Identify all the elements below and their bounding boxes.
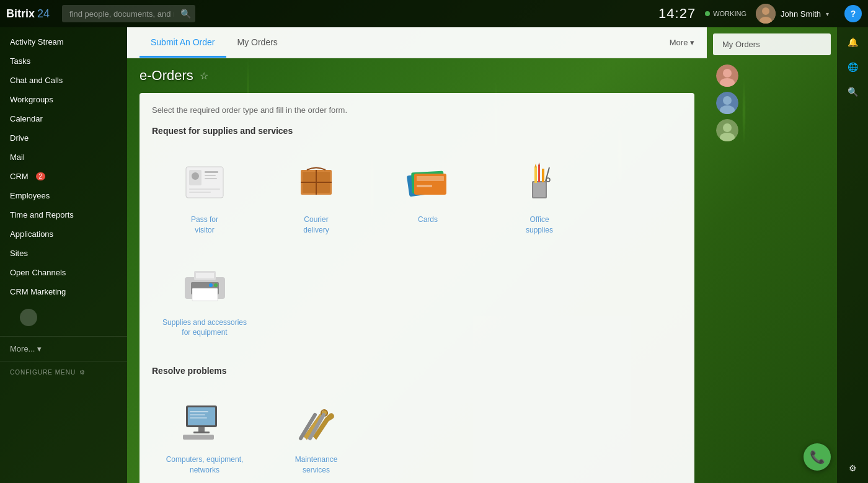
working-label: WORKING: [713, 10, 746, 17]
user-caret-icon: ▾: [826, 11, 829, 17]
header: Bitrix 24 🔍 14:27 WORKING Joh: [0, 0, 868, 27]
svg-rect-10: [189, 192, 211, 193]
sidebar-more[interactable]: More... ▾: [0, 339, 127, 358]
svg-point-28: [546, 178, 550, 182]
svg-point-71: [723, 69, 732, 78]
sidebar-user-circle[interactable]: [20, 309, 37, 326]
item-maintenance[interactable]: Maintenanceservices: [264, 388, 369, 483]
svg-marker-23: [534, 164, 537, 167]
problems-grid: Computers, equipment,networks: [152, 388, 682, 483]
item-computers[interactable]: Computers, equipment,networks: [152, 388, 257, 483]
sidebar: Activity Stream Tasks Chat and Calls Wor…: [0, 27, 127, 483]
logo-brand: Bitrix: [6, 7, 35, 20]
svg-point-35: [209, 283, 213, 287]
avatar-1-image: [716, 64, 738, 87]
star-icon[interactable]: ☆: [200, 70, 208, 82]
supplies-icon: [179, 265, 231, 305]
logo[interactable]: Bitrix 24: [6, 7, 50, 20]
panel-instruction: Select the required order type and fill …: [152, 105, 682, 115]
search-input[interactable]: [62, 5, 195, 22]
content-area: Submit An Order My Orders More ▾ e-Order…: [127, 27, 707, 483]
sidebar-item-crm[interactable]: CRM 2: [0, 167, 127, 186]
time-area: 14:27 WORKING John Smith ▾ ?: [658, 4, 862, 24]
page-title: e-Orders: [140, 68, 193, 84]
cards-icon: [403, 162, 453, 203]
item-courier-delivery[interactable]: Courierdelivery: [264, 148, 369, 245]
sidebar-item-calendar[interactable]: Calendar: [0, 109, 127, 128]
sidebar-item-applications[interactable]: Applications: [0, 224, 127, 244]
sidebar-item-employees[interactable]: Employees: [0, 186, 127, 205]
globe-button[interactable]: 🌐: [843, 57, 862, 77]
search-button[interactable]: 🔍: [178, 6, 193, 21]
search-area: 🔍: [62, 5, 193, 22]
computer-icon: [180, 402, 229, 443]
activity-stream-label: Activity Stream: [10, 37, 64, 47]
sidebar-item-open-channels[interactable]: Open Channels: [0, 263, 127, 282]
svg-rect-43: [190, 417, 207, 419]
svg-rect-32: [196, 273, 214, 278]
my-orders-button[interactable]: My Orders: [713, 33, 831, 55]
svg-point-77: [723, 123, 732, 132]
svg-rect-42: [190, 414, 205, 415]
sidebar-item-sites[interactable]: Sites: [0, 244, 127, 263]
main-wrapper: Activity Stream Tasks Chat and Calls Wor…: [0, 27, 868, 483]
cards-icon-wrap: [397, 157, 459, 207]
orders-panel: Select the required order type and fill …: [140, 93, 694, 483]
office-icon-wrap: [508, 157, 570, 207]
search-icon-right[interactable]: 🔍: [843, 82, 862, 102]
supplies-grid: Pass forvisitor: [152, 148, 682, 347]
svg-marker-25: [538, 162, 540, 166]
office-icon: [515, 162, 564, 203]
tasks-label: Tasks: [10, 56, 30, 66]
sidebar-item-tasks[interactable]: Tasks: [0, 51, 127, 71]
pass-visitor-label: Pass forvisitor: [191, 215, 218, 236]
sidebar-separator: [0, 336, 127, 337]
svg-rect-41: [190, 411, 208, 412]
computer-icon-wrap: [174, 397, 236, 447]
right-panel: My Orders: [707, 27, 837, 483]
right-avatar-2[interactable]: [716, 92, 738, 114]
sidebar-item-workgroups[interactable]: Workgroups: [0, 90, 127, 109]
svg-rect-33: [192, 288, 218, 301]
svg-point-34: [214, 283, 218, 287]
sidebar-item-crm-marketing[interactable]: CRM Marketing: [0, 282, 127, 301]
svg-rect-26: [542, 169, 544, 182]
sidebar-item-chat-calls[interactable]: Chat and Calls: [0, 71, 127, 90]
tabs-more[interactable]: More ▾: [670, 38, 694, 47]
sidebar-item-time-reports[interactable]: Time and Reports: [0, 205, 127, 224]
svg-rect-7: [205, 175, 216, 176]
right-avatar-3[interactable]: [716, 119, 738, 141]
svg-rect-38: [198, 427, 205, 432]
sidebar-item-activity-stream[interactable]: Activity Stream: [0, 32, 127, 51]
sidebar-item-mail[interactable]: Mail: [0, 148, 127, 167]
tab-submit-order[interactable]: Submit An Order: [140, 29, 226, 58]
computers-label: Computers, equipment,networks: [166, 454, 244, 476]
settings-icon-right[interactable]: ⚙: [843, 458, 862, 478]
help-button[interactable]: ?: [844, 5, 862, 22]
user-name: John Smith: [781, 9, 821, 19]
crm-marketing-label: CRM Marketing: [10, 287, 66, 296]
sidebar-configure[interactable]: CONFIGURE MENU ⚙: [0, 364, 127, 381]
tab-my-orders[interactable]: My Orders: [226, 29, 289, 58]
svg-rect-18: [417, 176, 444, 181]
svg-rect-9: [189, 188, 220, 190]
right-avatar-1[interactable]: [716, 64, 738, 87]
notifications-button[interactable]: 🔔: [843, 32, 862, 52]
svg-rect-6: [205, 171, 218, 173]
svg-point-74: [723, 96, 732, 105]
workgroups-label: Workgroups: [10, 95, 53, 104]
item-office-supplies[interactable]: Officesupplies: [487, 148, 592, 245]
section-problems-title: Resolve problems: [152, 366, 682, 376]
svg-rect-19: [417, 185, 432, 187]
tabs-bar: Submit An Order My Orders More ▾: [127, 27, 707, 58]
item-supplies-accessories[interactable]: Supplies and accessoriesfor equipment: [152, 251, 257, 348]
svg-rect-22: [534, 167, 537, 183]
item-cards[interactable]: Cards: [375, 148, 480, 245]
sidebar-item-drive[interactable]: Drive: [0, 128, 127, 148]
user-area[interactable]: John Smith ▾: [756, 4, 829, 24]
call-button[interactable]: 📞: [804, 443, 831, 471]
app-container: Bitrix 24 🔍 14:27 WORKING Joh: [0, 0, 868, 483]
svg-rect-40: [183, 435, 214, 440]
cards-label: Cards: [418, 215, 438, 225]
item-pass-visitor[interactable]: Pass forvisitor: [152, 148, 257, 245]
